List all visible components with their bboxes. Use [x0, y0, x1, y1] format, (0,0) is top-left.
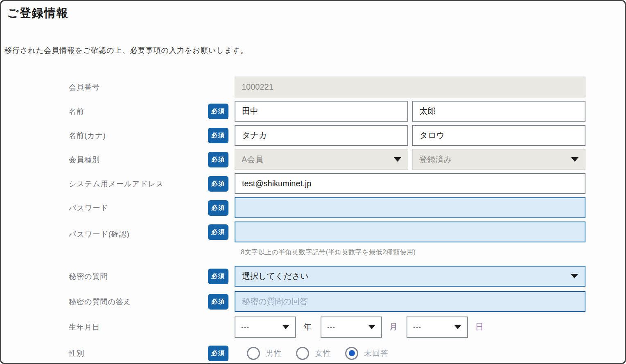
email-label: システム用メールアドレス: [69, 179, 208, 189]
last-name-kana-input[interactable]: [235, 125, 408, 146]
form-row-name: 名前 必須: [69, 101, 585, 122]
chevron-down-icon: [571, 274, 578, 278]
required-badge: 必須: [208, 346, 228, 361]
required-badge: 必須: [208, 224, 228, 240]
secret-answer-label: 秘密の質問の答え: [69, 297, 208, 307]
member-number-input: [235, 77, 585, 97]
password-label: パスワード: [69, 203, 208, 213]
password-input-area: [235, 197, 585, 218]
form-row-member-type: 会員種別 必須 A会員 登録済み: [69, 149, 585, 170]
secret-question-input-area: 選択してください: [235, 266, 585, 287]
form-row-gender: 性別 必須 男性 女性 未回答: [69, 343, 585, 364]
name-label: 名前: [69, 106, 208, 116]
birthdate-label: 生年月日: [69, 322, 208, 332]
badge-cell: 必須: [208, 176, 235, 192]
member-status-value: 登録済み: [419, 154, 452, 165]
secret-question-label: 秘密の質問: [69, 271, 208, 281]
form-row-password-confirm: パスワード(確認) 必須: [69, 222, 585, 242]
birth-month-unit: 月: [389, 321, 398, 332]
member-type-value: A会員: [242, 154, 263, 165]
gender-label: 性別: [69, 348, 208, 358]
gender-option-female-label: 女性: [315, 348, 331, 359]
badge-cell: 必須: [208, 269, 235, 284]
password-confirm-label: パスワード(確認): [69, 229, 208, 242]
form-row-secret-answer: 秘密の質問の答え 必須: [69, 291, 585, 312]
password-confirm-input[interactable]: [235, 222, 585, 242]
registration-form-page: ご登録情報 移行された会員情報をご確認の上、必要事項の入力をお願いします。 会員…: [0, 0, 626, 364]
member-type-select: A会員: [235, 149, 408, 170]
last-name-input[interactable]: [235, 101, 408, 122]
birth-day-select[interactable]: ---: [407, 317, 468, 338]
page-title: ご登録情報: [7, 5, 625, 21]
chevron-down-icon: [282, 325, 289, 329]
name-input-area: [235, 101, 585, 122]
form-row-birthdate: 生年月日 --- 年 --- 月 --- 日: [69, 317, 585, 337]
birth-year-select[interactable]: ---: [235, 317, 296, 338]
form-row-member-number: 会員番号: [69, 77, 585, 97]
gender-option-no-answer-label: 未回答: [364, 348, 389, 359]
gender-option-male-label: 男性: [266, 348, 282, 359]
required-badge: 必須: [208, 152, 228, 167]
badge-cell: 必須: [208, 346, 235, 361]
birth-month-value: ---: [327, 323, 335, 331]
required-badge: 必須: [208, 200, 228, 216]
secret-question-select[interactable]: 選択してください: [235, 266, 585, 287]
form-row-email: システム用メールアドレス 必須: [69, 173, 585, 194]
badge-cell: 必須: [208, 128, 235, 143]
secret-answer-input[interactable]: [235, 291, 585, 312]
badge-cell: 必須: [208, 200, 235, 216]
member-status-select: 登録済み: [412, 149, 586, 170]
page-description: 移行された会員情報をご確認の上、必要事項の入力をお願いします。: [5, 45, 625, 55]
radio-button-icon[interactable]: [296, 347, 309, 360]
chevron-down-icon: [571, 157, 579, 162]
name-kana-input-area: [235, 125, 585, 146]
radio-button-icon[interactable]: [247, 347, 260, 360]
first-name-kana-input[interactable]: [412, 125, 586, 146]
badge-cell: 必須: [208, 224, 235, 240]
chevron-down-icon: [368, 325, 375, 329]
badge-cell: 必須: [208, 152, 235, 167]
gender-option-male[interactable]: 男性: [247, 347, 282, 360]
member-type-label: 会員種別: [69, 155, 208, 165]
birthdate-input-area: --- 年 --- 月 --- 日: [235, 317, 585, 337]
birth-day-value: ---: [413, 323, 421, 331]
required-badge: 必須: [208, 104, 228, 119]
birth-day-unit: 日: [475, 321, 484, 332]
first-name-input[interactable]: [412, 101, 586, 122]
member-number-label: 会員番号: [69, 82, 208, 92]
required-badge: 必須: [208, 294, 228, 310]
radio-button-icon[interactable]: [345, 347, 358, 360]
badge-cell: 必須: [208, 104, 235, 119]
form-row-password: パスワード 必須: [69, 197, 585, 218]
gender-input-area: 男性 女性 未回答: [235, 343, 585, 364]
required-badge: 必須: [208, 269, 228, 284]
badge-cell: 必須: [208, 294, 235, 310]
member-type-input-area: A会員 登録済み: [235, 149, 585, 170]
email-input-area: [235, 173, 585, 194]
registration-form: 会員番号 名前 必須 名前(カナ) 必須: [1, 77, 625, 364]
gender-radio-group: 男性 女性 未回答: [247, 347, 389, 360]
password-confirm-input-area: [235, 222, 585, 242]
gender-option-female[interactable]: 女性: [296, 347, 331, 360]
member-number-input-area: [235, 77, 585, 97]
required-badge: 必須: [208, 128, 228, 143]
name-kana-label: 名前(カナ): [69, 131, 208, 140]
birth-month-select[interactable]: ---: [321, 317, 382, 338]
gender-option-no-answer[interactable]: 未回答: [345, 347, 389, 360]
secret-answer-input-area: [235, 291, 585, 312]
chevron-down-icon: [454, 325, 461, 329]
birth-year-unit: 年: [303, 321, 312, 332]
chevron-down-icon: [394, 157, 401, 162]
password-hint: 8文字以上の半角英数字記号(半角英数字を最低2種類使用): [241, 248, 585, 257]
email-input[interactable]: [235, 173, 585, 194]
password-input[interactable]: [235, 197, 585, 218]
secret-question-value: 選択してください: [242, 271, 309, 282]
birth-year-value: ---: [241, 323, 249, 331]
form-row-name-kana: 名前(カナ) 必須: [69, 125, 585, 146]
form-row-secret-question: 秘密の質問 必須 選択してください: [69, 266, 585, 287]
required-badge: 必須: [208, 176, 228, 192]
